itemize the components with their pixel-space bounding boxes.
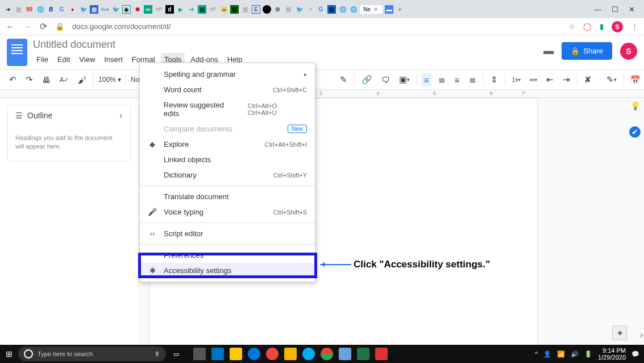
menu-edit[interactable]: Edit — [54, 53, 73, 66]
taskbar-app-icon[interactable] — [248, 348, 260, 360]
tab-icon[interactable]: ▥ — [14, 5, 23, 14]
menu-dictionary[interactable]: Dictionary Ctrl+Shift+Y — [140, 167, 315, 183]
mic-icon[interactable]: 🎙 — [154, 350, 160, 357]
tray-battery-icon[interactable]: 🔋 — [584, 350, 592, 358]
taskbar-clock[interactable]: 9:14 PM 1/29/2020 — [598, 347, 626, 361]
tab-icon[interactable]: 99 — [25, 5, 34, 14]
menu-file[interactable]: File — [33, 53, 52, 66]
tab-icon[interactable]: ▦ — [327, 5, 336, 14]
taskbar-app-icon[interactable] — [339, 348, 351, 360]
keep-icon[interactable]: 💡 — [629, 100, 641, 112]
align-right-button[interactable]: ≡ — [452, 73, 462, 87]
comments-icon[interactable]: ▬ — [543, 45, 554, 57]
tab-icon[interactable]: VoA — [101, 5, 109, 14]
tasks-icon[interactable]: ✔ — [629, 126, 641, 138]
redo-button[interactable]: ↷ — [23, 72, 35, 87]
print-button[interactable]: 🖶 — [40, 73, 53, 87]
tab-icon[interactable]: ♦ — [68, 5, 77, 14]
bulleted-list-button[interactable]: •≡▾ — [527, 75, 539, 85]
tab-icon[interactable]: G — [317, 5, 325, 14]
close-window-button[interactable]: ✕ — [629, 5, 635, 14]
share-button[interactable]: 🔒 Share — [562, 42, 612, 60]
menu-explore[interactable]: ◆ Explore Ctrl+Alt+Shift+I — [140, 137, 315, 152]
tab-icon[interactable]: ⚙ — [273, 5, 282, 14]
back-button[interactable]: ← — [6, 22, 15, 32]
action-center-icon[interactable]: 💬 — [631, 350, 639, 358]
taskbar-app-icon[interactable] — [193, 348, 206, 360]
tab-icon[interactable]: 🐦 — [295, 5, 304, 14]
outline-collapse-button[interactable]: ‹ — [119, 111, 122, 120]
menu-review-edits[interactable]: Review suggested edits Ctrl+Alt+O Ctrl+A… — [140, 97, 315, 121]
tab-icon[interactable]: B — [47, 5, 55, 14]
taskbar-app-icon[interactable] — [302, 348, 315, 360]
document-title[interactable]: Untitled document — [33, 39, 538, 51]
tab-icon[interactable]: ✱ — [133, 5, 142, 14]
taskbar-app-icon[interactable] — [357, 348, 369, 360]
tab-icon[interactable]: 🐦 — [111, 5, 120, 14]
tab-icon[interactable]: nP — [209, 5, 217, 14]
align-justify-button[interactable]: ≣ — [467, 72, 479, 87]
url-field[interactable]: docs.google.com/document/d/ — [72, 22, 560, 31]
tab-icon[interactable]: 🌐 — [349, 5, 358, 14]
tab-icon[interactable]: G — [57, 5, 66, 14]
taskbar-app-icon[interactable] — [266, 348, 279, 360]
insert-image-button[interactable]: ▣▾ — [397, 72, 412, 87]
insert-link-button[interactable]: 🔗 — [359, 72, 375, 87]
taskbar-app-icon[interactable] — [321, 348, 333, 360]
reload-button[interactable]: ⟳ — [40, 21, 47, 32]
tab-icon[interactable]: ab — [144, 5, 152, 14]
menu-voice-typing[interactable]: 🎤 Voice typing Ctrl+Shift+S — [140, 204, 315, 220]
align-center-button[interactable]: ≣ — [436, 72, 448, 87]
line-spacing-button[interactable]: ⇕ — [488, 72, 500, 87]
tab-icon[interactable]: ➔ — [187, 5, 196, 14]
tab-icon[interactable]: ▦ — [198, 5, 206, 14]
new-tab-button[interactable]: + — [396, 5, 404, 14]
ext-icon[interactable]: ▮ — [600, 22, 604, 31]
tab-icon[interactable]: 🌐 — [36, 5, 44, 14]
menu-view[interactable]: View — [76, 53, 98, 66]
menu-word-count[interactable]: Word count Ctrl+Shift+C — [140, 82, 315, 97]
menu-translate[interactable]: Translate document — [140, 189, 315, 204]
tab-icon[interactable]: 🐱 — [219, 5, 228, 14]
maximize-button[interactable]: ☐ — [612, 5, 618, 14]
menu-linked-objects[interactable]: Linked objects — [140, 152, 315, 167]
tab-active[interactable]: Ne ✕ — [360, 5, 383, 14]
tab-icon[interactable]: ● — [263, 5, 271, 14]
bookmark-star-icon[interactable]: ☆ — [568, 22, 575, 31]
tab-icon[interactable]: ▥ — [284, 5, 293, 14]
tab-icon[interactable]: ▦ — [90, 5, 98, 14]
tab-icon[interactable]: 🌐 — [338, 5, 347, 14]
start-button[interactable]: ⊞ — [0, 349, 18, 358]
menu-compare-docs[interactable]: Compare documents New — [140, 121, 315, 137]
tab-icon[interactable]: ➔ — [3, 5, 12, 14]
highlight-color-button[interactable]: ✎ — [338, 72, 350, 87]
zoom-select[interactable]: 100% ▾ — [98, 76, 121, 84]
increase-indent-button[interactable]: ⇥ — [560, 72, 572, 87]
taskbar-app-icon[interactable] — [375, 348, 388, 360]
menu-script-editor[interactable]: ‹› Script editor — [140, 226, 315, 241]
spellcheck-button[interactable]: A✓ — [57, 74, 71, 86]
calendar-icon[interactable]: 📅 — [629, 74, 641, 85]
taskbar-app-icon[interactable] — [211, 348, 224, 360]
undo-button[interactable]: ↶ — [7, 72, 19, 87]
tab-icon[interactable]: ↗ — [306, 5, 314, 14]
taskbar-app-icon[interactable] — [284, 348, 297, 360]
task-view-button[interactable]: ▭ — [171, 350, 182, 358]
tray-overflow-button[interactable]: ^ — [535, 350, 538, 357]
tray-volume-icon[interactable]: 🔊 — [571, 350, 579, 358]
menu-spelling[interactable]: Spelling and grammar ▸ — [140, 67, 315, 82]
minimize-button[interactable]: — — [594, 5, 601, 14]
side-panel-show-button[interactable]: › — [640, 330, 643, 340]
tray-wifi-icon[interactable]: 📶 — [557, 350, 565, 358]
numbered-list-button[interactable]: 1≡▾ — [510, 75, 523, 85]
tray-user-icon[interactable]: 👤 — [543, 350, 551, 358]
tab-icon[interactable]: 🐦 — [79, 5, 88, 14]
close-tab-icon[interactable]: ✕ — [371, 5, 380, 14]
align-left-button[interactable]: ≡ — [422, 73, 431, 87]
docs-logo-icon[interactable] — [7, 39, 27, 66]
paint-format-button[interactable]: 🖌 — [76, 73, 89, 87]
tab-icon[interactable]: nP — [155, 5, 163, 14]
tab-icon[interactable]: ▦ — [230, 5, 239, 14]
clear-formatting-button[interactable]: ✘ — [582, 72, 594, 87]
decrease-indent-button[interactable]: ⇤ — [544, 72, 556, 87]
